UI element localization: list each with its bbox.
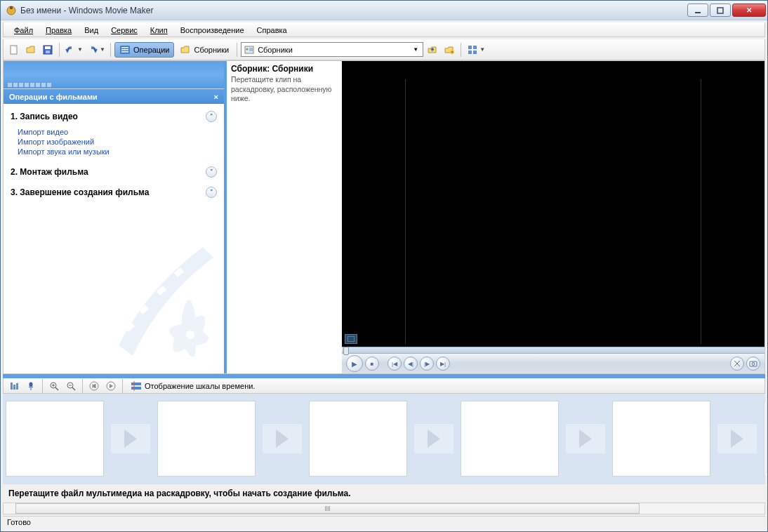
scrollbar-thumb[interactable]: [15, 503, 640, 514]
task-section-capture: 1. Запись видео ˄ Импорт видео Импорт из…: [11, 109, 217, 161]
play-timeline-button[interactable]: [103, 378, 119, 394]
preview-screen[interactable]: [342, 61, 764, 347]
tasks-toggle-label: Операции: [133, 46, 169, 54]
save-button[interactable]: [40, 42, 55, 58]
fullscreen-icon[interactable]: [345, 334, 357, 344]
zoom-out-button[interactable]: [63, 378, 79, 394]
storyboard-transition-slot[interactable]: [710, 401, 764, 477]
menu-clip[interactable]: Клип: [144, 25, 174, 36]
chevron-up-icon: ˄: [206, 111, 217, 122]
separator: [82, 379, 83, 393]
separator: [461, 43, 461, 57]
collection-hint: Перетащите клип на раскадровку, располож…: [231, 75, 338, 104]
svg-rect-10: [121, 49, 128, 51]
collections-toggle-button[interactable]: Сборники: [176, 42, 233, 58]
prev-clip-button[interactable]: |◀: [388, 357, 402, 371]
close-button[interactable]: ✕: [732, 4, 766, 17]
main-area: Операции с фильмами × 1. Запись видео ˄ …: [3, 60, 765, 374]
task-section-finish-title: 3. Завершение создания фильма: [11, 187, 149, 197]
collections-toggle-label: Сборники: [194, 46, 229, 54]
film-reel-decoration: [105, 219, 224, 373]
view-mode-button[interactable]: ▼: [465, 42, 487, 58]
storyboard-transition-slot[interactable]: [256, 401, 309, 477]
storyboard-clip-slot[interactable]: [309, 401, 407, 477]
svg-rect-29: [11, 383, 13, 390]
tasks-close-icon[interactable]: ×: [214, 93, 218, 101]
storyboard[interactable]: [3, 394, 765, 484]
storyboard-clip-slot[interactable]: [612, 401, 710, 477]
task-section-capture-header[interactable]: 1. Запись видео ˄: [11, 109, 217, 126]
storyboard-clip-slot[interactable]: [157, 401, 256, 477]
redo-button[interactable]: ▼: [86, 42, 107, 58]
menubar: Файл Правка Вид Сервис Клип Воспроизведе…: [3, 22, 765, 37]
storyboard-clip-slot[interactable]: [6, 401, 104, 477]
import-video-link[interactable]: Импорт видео: [18, 127, 217, 137]
import-audio-link[interactable]: Импорт звука или музыки: [18, 147, 217, 157]
svg-rect-3: [717, 8, 723, 13]
menu-view[interactable]: Вид: [78, 25, 105, 36]
task-section-finish: 3. Завершение создания фильма ˅: [11, 185, 217, 201]
storyboard-transition-slot[interactable]: [407, 401, 461, 477]
menu-play[interactable]: Воспроизведение: [174, 25, 251, 36]
narrate-button[interactable]: [23, 378, 39, 394]
tasks-panel: Операции с фильмами × 1. Запись видео ˄ …: [4, 61, 224, 373]
menu-edit[interactable]: Правка: [39, 25, 78, 36]
svg-rect-20: [473, 51, 477, 54]
svg-point-13: [246, 48, 249, 50]
svg-rect-17: [468, 46, 472, 49]
minimize-button[interactable]: [687, 4, 708, 17]
new-project-button[interactable]: [6, 42, 22, 58]
svg-rect-43: [131, 387, 141, 390]
task-section-finish-header[interactable]: 3. Завершение создания фильма ˅: [11, 185, 217, 201]
svg-rect-14: [249, 48, 253, 51]
timeline-view-toggle[interactable]: Отображение шкалы времени.: [126, 378, 259, 394]
collection-title: Сборник: Сборники: [231, 64, 338, 75]
statusbar: Готово: [3, 516, 765, 530]
import-images-link[interactable]: Импорт изображений: [18, 137, 217, 147]
new-folder-button[interactable]: ✦: [442, 42, 457, 58]
menu-help[interactable]: Справка: [251, 25, 293, 36]
stop-button[interactable]: ■: [365, 357, 379, 371]
step-back-button[interactable]: ◀|: [404, 357, 418, 371]
svg-rect-31: [16, 383, 18, 390]
step-fwd-button[interactable]: |▶: [420, 357, 434, 371]
svg-rect-42: [131, 383, 141, 385]
snapshot-button[interactable]: [746, 357, 760, 371]
next-clip-button[interactable]: ▶|: [436, 357, 450, 371]
undo-button[interactable]: ▼: [63, 42, 84, 58]
svg-rect-6: [45, 46, 51, 49]
horizontal-scrollbar[interactable]: [3, 503, 765, 514]
play-button[interactable]: ▶: [346, 355, 363, 372]
up-level-button[interactable]: [425, 42, 440, 58]
svg-point-32: [29, 382, 33, 387]
maximize-button[interactable]: [710, 4, 731, 17]
open-button[interactable]: [23, 42, 39, 58]
menu-service[interactable]: Сервис: [105, 25, 144, 36]
seek-handle[interactable]: [343, 347, 349, 355]
storyboard-transition-slot[interactable]: [104, 401, 157, 477]
svg-rect-26: [347, 336, 355, 342]
titlebar-text: Без имени - Windows Movie Maker: [20, 6, 686, 15]
storyboard-clip-slot[interactable]: [461, 401, 559, 477]
task-section-edit-title: 2. Монтаж фильма: [11, 167, 88, 177]
zoom-in-button[interactable]: [46, 378, 62, 394]
toolbar: ▼ ▼ Операции Сборники Сборники ▼ ✦ ▼: [3, 39, 765, 60]
set-levels-button[interactable]: [6, 378, 22, 394]
storyboard-clip-slot[interactable]: [764, 401, 765, 477]
storyboard-transition-slot[interactable]: [559, 401, 612, 477]
rewind-timeline-button[interactable]: [86, 378, 102, 394]
task-section-edit-header[interactable]: 2. Монтаж фильма ˅: [11, 165, 217, 181]
tasks-banner: [4, 61, 224, 89]
separator: [110, 43, 111, 57]
tasks-toggle-button[interactable]: Операции: [114, 42, 174, 58]
menu-file[interactable]: Файл: [8, 25, 39, 36]
preview-controls: ▶ ■ |◀ ◀| |▶ ▶|: [342, 354, 764, 373]
split-button[interactable]: [730, 357, 744, 371]
collections-combo[interactable]: Сборники ▼: [241, 42, 423, 57]
svg-line-34: [55, 387, 58, 390]
titlebar[interactable]: Без имени - Windows Movie Maker ✕: [1, 1, 767, 20]
seek-bar[interactable]: [342, 347, 764, 354]
svg-rect-9: [121, 47, 128, 48]
svg-point-28: [752, 363, 755, 366]
collections-combo-value: Сборники: [258, 46, 293, 54]
